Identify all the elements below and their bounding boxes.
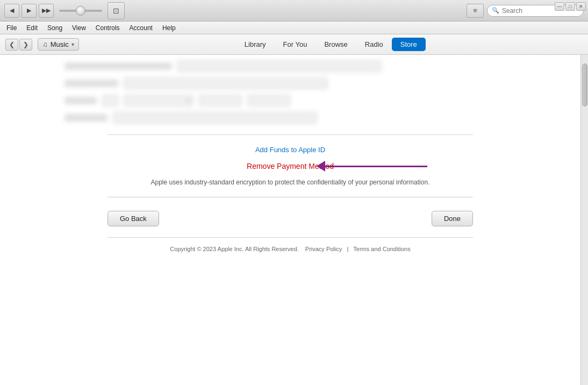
terms-link[interactable]: Terms and Conditions — [353, 246, 410, 252]
menu-view[interactable]: View — [68, 23, 90, 33]
bottom-buttons: Go Back Done — [107, 211, 473, 226]
play-button[interactable]: ▶ — [21, 4, 37, 18]
menu-file[interactable]: File — [2, 23, 21, 33]
list-view-button[interactable]: ≡ — [467, 4, 484, 18]
menu-edit[interactable]: Edit — [22, 23, 42, 33]
form-label-4 — [64, 114, 107, 122]
privacy-text: Apple uses industry-standard encryption … — [107, 179, 473, 186]
footer: Copyright © 2023 Apple Inc. All Rights R… — [107, 237, 473, 258]
airplay-icon: ⊡ — [113, 6, 119, 15]
form-input-3c — [199, 95, 242, 106]
volume-slider[interactable] — [59, 10, 102, 12]
nav-tabs: Library For You Browse Radio Store — [236, 38, 426, 51]
main-content: ▾ Add Funds to Apple ID Remove Payment M… — [0, 55, 588, 385]
divider-bottom — [107, 197, 473, 197]
nav-arrows: ❮ ❯ — [5, 39, 32, 51]
privacy-policy-link[interactable]: Privacy Policy — [305, 246, 342, 252]
nav-forward-arrow[interactable]: ❯ — [19, 39, 32, 51]
form-input-3a — [102, 95, 118, 106]
form-input-2 — [124, 77, 328, 89]
title-bar: ◀ ▶ ▶▶ ⊡ ≡ 🔍 — □ ✕ — [0, 0, 588, 22]
nav-back-arrow[interactable]: ❮ — [5, 39, 18, 51]
tab-library[interactable]: Library — [236, 38, 275, 51]
transport-controls: ◀ ▶ ▶▶ ⊡ — [4, 2, 125, 19]
form-label-3 — [64, 97, 97, 104]
done-button[interactable]: Done — [432, 211, 473, 226]
library-selector[interactable]: ♫ Music ▾ — [38, 38, 79, 51]
back-button[interactable]: ◀ — [4, 4, 19, 18]
tab-store[interactable]: Store — [392, 38, 426, 51]
airplay-button[interactable]: ⊡ — [107, 2, 125, 19]
form-row-1 — [64, 60, 516, 72]
add-funds-link[interactable]: Add Funds to Apple ID — [255, 146, 325, 154]
minimize-button[interactable]: — — [555, 2, 564, 11]
form-input-4 — [113, 112, 317, 124]
form-container: ▾ Add Funds to Apple ID Remove Payment M… — [0, 55, 580, 270]
search-icon: 🔍 — [492, 7, 499, 14]
menu-controls[interactable]: Controls — [91, 23, 124, 33]
arrow-annotation — [317, 161, 427, 172]
forward-button[interactable]: ▶▶ — [39, 4, 54, 18]
menu-song[interactable]: Song — [43, 23, 67, 33]
list-icon: ≡ — [473, 6, 477, 15]
divider — [107, 134, 473, 135]
form-input-3d — [247, 95, 290, 106]
footer-separator: | — [347, 246, 348, 252]
tab-radio[interactable]: Radio — [356, 38, 392, 51]
add-funds-section: Add Funds to Apple ID — [64, 146, 516, 154]
scrollbar-thumb[interactable] — [582, 63, 587, 106]
remove-payment-section: Remove Payment Method — [64, 162, 516, 170]
window-controls: — □ ✕ — [555, 2, 586, 11]
chevron-down-icon: ▾ — [71, 41, 74, 47]
arrow-head-icon — [317, 161, 325, 172]
form-row-3: ▾ — [64, 95, 516, 106]
nav-bar: ❮ ❯ ♫ Music ▾ Library For You Browse Rad… — [0, 34, 588, 55]
tab-for-you[interactable]: For You — [275, 38, 316, 51]
content-area: ▾ Add Funds to Apple ID Remove Payment M… — [0, 55, 580, 385]
menu-account[interactable]: Account — [125, 23, 157, 33]
form-label-2 — [64, 80, 118, 87]
arrow-line — [325, 166, 427, 167]
form-row-2 — [64, 77, 516, 89]
form-input-1 — [177, 60, 382, 72]
music-note-icon: ♫ — [42, 40, 48, 48]
form-label-1 — [64, 62, 172, 70]
tab-browse[interactable]: Browse — [315, 38, 356, 51]
library-label: Music — [51, 40, 69, 48]
scrollbar[interactable] — [580, 55, 588, 385]
form-row-4 — [64, 112, 516, 124]
go-back-button[interactable]: Go Back — [107, 211, 159, 226]
menu-help[interactable]: Help — [158, 23, 180, 33]
close-button[interactable]: ✕ — [576, 2, 586, 11]
menu-bar: File Edit Song View Controls Account Hel… — [0, 22, 588, 34]
maximize-button[interactable]: □ — [565, 2, 575, 11]
copyright-text: Copyright © 2023 Apple Inc. All Rights R… — [170, 246, 298, 252]
